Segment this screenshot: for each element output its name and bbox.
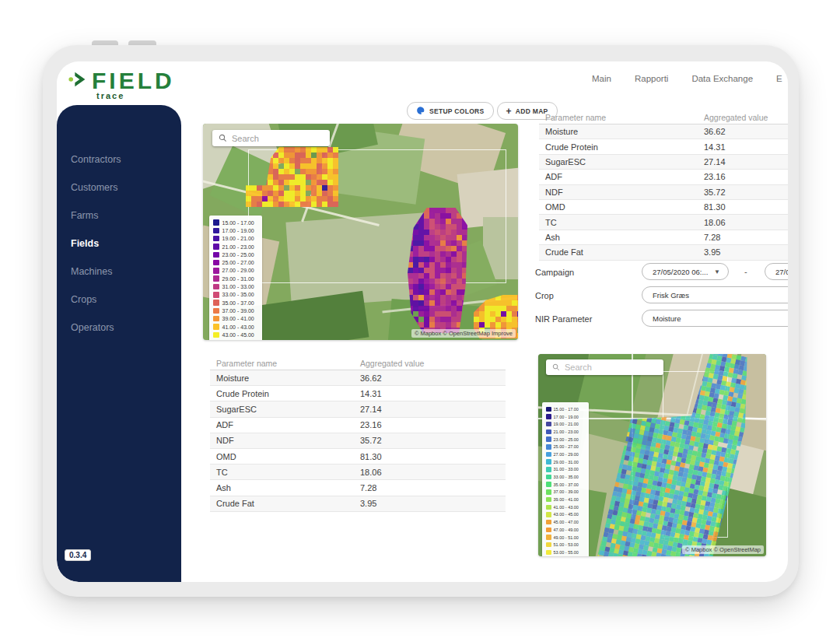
map-attribution: © Mapbox © OpenStreetMap [682, 545, 764, 554]
legend-row: 25.00 - 27.00 [546, 443, 585, 450]
legend-row: 41.00 - 43.00 [546, 503, 585, 511]
legend-range-label: 31.00 - 33.00 [554, 467, 579, 471]
sidebar-item-crops[interactable]: Crops [57, 286, 181, 314]
sidebar-item-operators[interactable]: Operators [57, 314, 181, 342]
campaign-from-value: 27/05/2020 06:... [653, 268, 708, 276]
column-header: Parameter name [210, 359, 360, 368]
legend-range-label: 17.00 - 19.00 [554, 415, 579, 419]
legend-range-label: 35.00 - 37.00 [222, 300, 254, 306]
aggregated-value-cell: 27.14 [360, 405, 506, 414]
aggregated-value-cell: 18.06 [360, 468, 506, 477]
legend-swatch [546, 542, 551, 548]
legend-row: 39.00 - 41.00 [546, 496, 585, 503]
legend-range-label: 45.00 - 47.00 [554, 520, 579, 524]
column-header: Aggregated value [360, 359, 506, 368]
legend-swatch [213, 252, 219, 258]
table-row: Moisture36.62 [539, 124, 788, 139]
legend-swatch [546, 520, 551, 525]
parameter-name-cell: NDF [210, 436, 360, 445]
field-map-secondary[interactable]: Search 15.00 - 17.0017.00 - 19.0019.00 -… [538, 354, 766, 556]
brand-name: FIELD [92, 68, 175, 93]
sidebar-item-customers[interactable]: Customers [57, 174, 181, 202]
table-header-row: Parameter nameAggregated value [539, 110, 788, 124]
nav-item-e[interactable]: E [776, 74, 782, 83]
parameter-name-cell: Ash [539, 233, 704, 242]
crop-dropdown[interactable]: Frisk Græs [642, 286, 788, 303]
legend-range-label: 23.00 - 25.00 [222, 252, 254, 258]
legend-range-label: 27.00 - 29.00 [222, 268, 254, 273]
aggregated-value-cell: 36.62 [704, 127, 788, 136]
table-row: ADF23.16 [539, 170, 788, 184]
aggregated-value-cell: 81.30 [360, 452, 506, 461]
table-row: Crude Protein14.31 [210, 386, 506, 401]
parameter-name-cell: OMD [539, 202, 704, 212]
nav-item-main[interactable]: Main [592, 74, 611, 83]
legend-range-label: 25.00 - 27.00 [222, 260, 254, 265]
legend-swatch [546, 489, 551, 495]
legend-swatch [546, 512, 551, 517]
legend-swatch [546, 535, 551, 540]
campaign-to-dropdown[interactable]: 27/0 [765, 263, 788, 280]
legend-range-label: 41.00 - 43.00 [222, 324, 254, 330]
sidebar-item-contractors[interactable]: Contractors [57, 145, 181, 174]
sidebar-item-fields[interactable]: Fields [57, 230, 181, 258]
parameter-name-cell: Crude Protein [210, 389, 360, 398]
map-search-input[interactable]: Search [212, 130, 330, 146]
parameter-name-cell: TC [210, 468, 360, 477]
legend-swatch [546, 482, 551, 487]
legend-swatch [213, 292, 219, 298]
nav-item-rapporti[interactable]: Rapporti [635, 74, 668, 83]
legend-row: 15.00 - 17.00 [213, 219, 258, 226]
legend-row: 29.00 - 31.00 [546, 458, 585, 466]
legend-range-label: 21.00 - 23.00 [222, 244, 254, 250]
setup-colors-button[interactable]: SETUP COLORS [407, 102, 494, 120]
parameter-name-cell: Ash [210, 483, 360, 493]
legend-row: 21.00 - 23.00 [546, 428, 585, 436]
legend-swatch [546, 528, 551, 533]
legend-row: 29.00 - 31.00 [213, 275, 258, 282]
legend-swatch [546, 422, 551, 427]
legend-row: 19.00 - 21.00 [546, 420, 585, 428]
legend-range-label: 29.00 - 31.00 [222, 276, 254, 282]
version-badge: 0.3.4 [65, 549, 91, 561]
chevron-down-icon: ▼ [714, 268, 720, 275]
legend-range-label: 15.00 - 17.00 [554, 407, 579, 412]
table-row: SugarESC27.14 [210, 401, 506, 417]
sidebar-item-machines[interactable]: Machines [57, 258, 181, 286]
legend-range-label: 15.00 - 17.00 [222, 220, 254, 226]
legend-range-label: 31.00 - 33.00 [222, 284, 254, 289]
column-header: Parameter name [539, 113, 704, 122]
legend-range-label: 35.00 - 37.00 [554, 482, 579, 487]
legend-swatch [213, 219, 219, 226]
legend-swatch [546, 407, 551, 412]
legend-row: 51.00 - 53.00 [546, 541, 585, 549]
parameter-name-cell: Crude Fat [539, 247, 704, 257]
legend-swatch [213, 308, 219, 314]
nav-item-data-exchange[interactable]: Data Exchange [691, 74, 753, 83]
legend-swatch [213, 275, 219, 282]
legend-row: 43.00 - 45.00 [546, 511, 585, 519]
legend-swatch [546, 475, 551, 480]
legend-row: 41.00 - 43.00 [213, 323, 258, 331]
sidebar-item-farms[interactable]: Farms [57, 202, 181, 230]
legend-row: 49.00 - 51.00 [546, 534, 585, 542]
legend-range-label: 43.00 - 45.00 [222, 332, 254, 338]
aggregated-value-cell: 14.31 [704, 142, 788, 152]
legend-row: 47.00 - 49.00 [546, 526, 585, 534]
palette-icon [416, 106, 425, 117]
map-search-input[interactable]: Search [546, 359, 663, 375]
aggregated-value-cell: 18.06 [704, 218, 788, 227]
campaign-from-dropdown[interactable]: 27/05/2020 06:... ▼ [642, 263, 729, 280]
table-row: NDF35.72 [210, 433, 506, 449]
table-row: NDF35.72 [539, 185, 788, 200]
color-legend: 15.00 - 17.0017.00 - 19.0019.00 - 21.002… [209, 216, 262, 340]
parameter-name-cell: SugarESC [539, 157, 704, 167]
legend-row: 25.00 - 27.00 [213, 258, 258, 266]
color-legend: 15.00 - 17.0017.00 - 19.0019.00 - 21.002… [542, 402, 589, 556]
legend-row: 17.00 - 19.00 [546, 413, 585, 421]
field-map-primary[interactable]: Search 15.00 - 17.0017.00 - 19.0019.00 -… [203, 124, 518, 340]
search-placeholder: Search [565, 363, 592, 372]
nir-parameter-dropdown[interactable]: Moisture [642, 310, 788, 327]
app-screen: FIELD trace MainRapportiData ExchangeE C… [57, 61, 788, 582]
legend-row: 23.00 - 25.00 [546, 436, 585, 443]
